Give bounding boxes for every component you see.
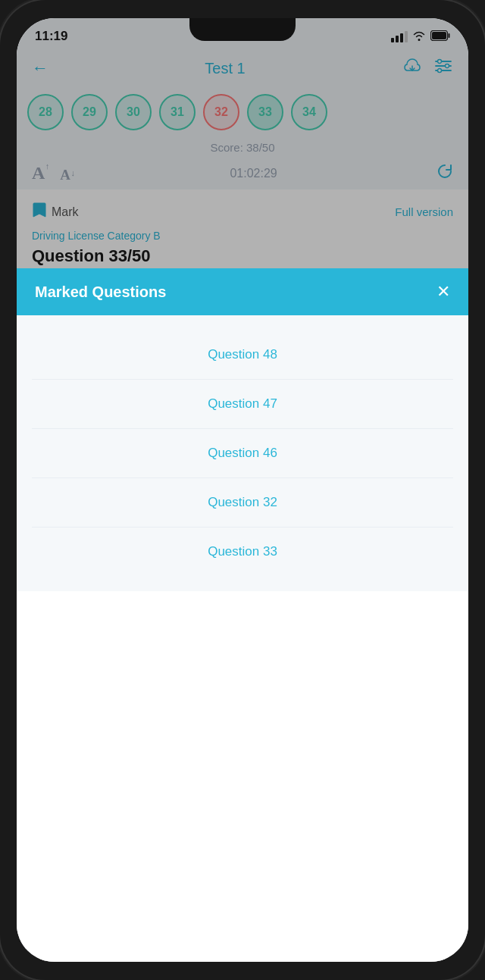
marked-question-item-32[interactable]: Question 32	[32, 478, 453, 528]
modal-header: Marked Questions ✕	[17, 268, 468, 315]
phone-frame: 11:19	[0, 0, 485, 980]
marked-question-item-33[interactable]: Question 33	[32, 528, 453, 576]
modal-body: Question 48 Question 47 Question 46 Ques…	[17, 315, 468, 591]
marked-question-item-46[interactable]: Question 46	[32, 429, 453, 478]
marked-question-item-47[interactable]: Question 47	[32, 380, 453, 429]
modal-overlay: Marked Questions ✕ Question 48 Question …	[17, 18, 468, 962]
modal-title: Marked Questions	[35, 283, 166, 301]
phone-screen: 11:19	[17, 18, 468, 962]
marked-question-item-48[interactable]: Question 48	[32, 330, 453, 380]
modal-close-button[interactable]: ✕	[436, 282, 450, 302]
modal-panel: Marked Questions ✕ Question 48 Question …	[17, 268, 468, 962]
